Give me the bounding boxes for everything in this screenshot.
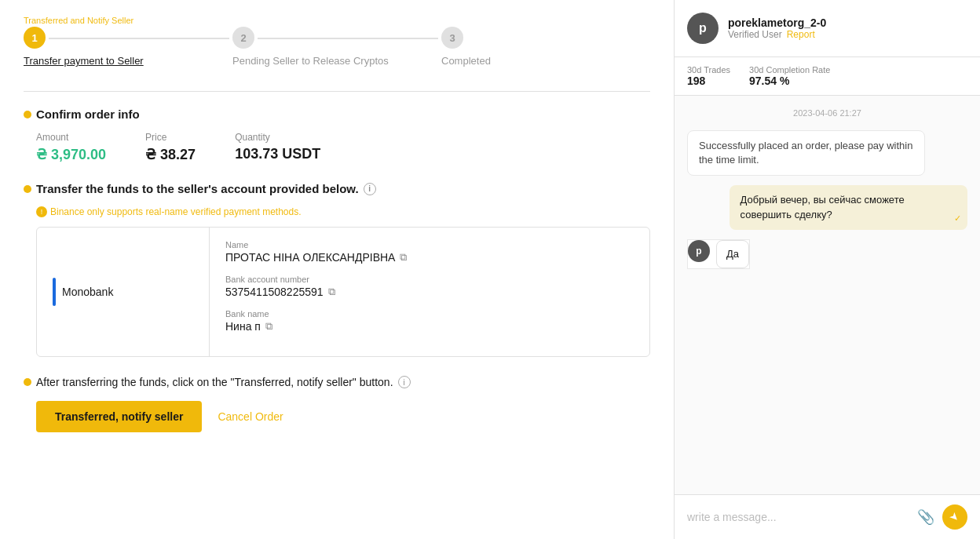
amount-value: ₴ 3,970.00 [36,146,106,163]
confirm-order-section: Confirm order info Amount ₴ 3,970.00 Pri… [24,107,650,163]
price-label: Price [145,132,196,143]
stat-trades-value: 198 [687,75,730,87]
send-icon: ➤ [947,509,963,525]
account-value: 5375411508225591 ⧉ [225,286,634,298]
order-fields: Amount ₴ 3,970.00 Price ₴ 38.27 Quantity… [36,132,650,163]
dot1 [24,111,31,118]
step-3: x 3 Completed [441,16,650,67]
quantity-field: Quantity 103.73 USDT [235,132,320,163]
chat-timestamp: 2023-04-06 21:27 [687,108,967,118]
chat-header: p poreklametorg_2-0 Verified User Report [675,0,980,57]
dot2 [24,185,31,193]
transfer-section: Transfer the funds to the seller's accou… [24,182,650,357]
chat-stats: 30d Trades 198 30d Completion Rate 97.54… [675,57,980,96]
stat-rate-label: 30d Completion Rate [749,65,830,75]
bank-color-bar [53,278,56,306]
step-1: Transferred and Notify Seller 1 Transfer… [24,16,232,67]
step2-circle: 2 [232,27,254,49]
payment-details: Name ПРОТАС НІНА ОЛЕКСАНДРІВНА ⧉ Bank ac… [210,228,649,356]
main-panel: Transferred and Notify Seller 1 Transfer… [0,0,674,539]
quantity-label: Quantity [235,132,320,143]
step2-label: Pending Seller to Release Cryptos [232,55,389,67]
message-read-check: ✓ [954,213,961,224]
warning-icon: ! [36,206,47,217]
dot3 [24,378,31,386]
bank-name-value: Нина п ⧉ [225,320,634,333]
report-link[interactable]: Report [787,29,815,40]
payment-method: Monobank [37,228,210,356]
chat-user-info: poreklametorg_2-0 Verified User Report [728,16,967,40]
step3-title: After transferring the funds, click on t… [24,376,650,388]
account-label: Bank account number [225,275,634,284]
step1-circle: 1 [24,27,46,49]
step3-section: After transferring the funds, click on t… [24,376,650,432]
bank-name: Monobank [62,286,113,298]
step2-line [258,38,438,39]
stat-trades-label: 30d Trades [687,65,730,75]
amount-label: Amount [36,132,106,143]
step3-circle: 3 [441,27,463,49]
attach-icon[interactable]: 📎 [917,508,934,526]
cancel-order-button[interactable]: Cancel Order [218,410,283,423]
action-buttons: Transferred, notify seller Cancel Order [36,401,650,432]
bank-name-label: Bank name [225,309,634,319]
step3-info-icon[interactable]: i [398,376,411,388]
bank-name-row: Bank name Нина п ⧉ [225,309,634,333]
copy-account-icon[interactable]: ⧉ [328,286,335,298]
price-value: ₴ 38.27 [145,146,196,163]
name-row: Name ПРОТАС НІНА ОЛЕКСАНДРІВНА ⧉ [225,240,634,264]
chat-user-sub: Verified User Report [728,29,967,40]
stat-rate: 30d Completion Rate 97.54 % [749,65,830,87]
chat-panel: p poreklametorg_2-0 Verified User Report… [674,0,980,539]
section1-title: Confirm order info [24,107,650,121]
name-label: Name [225,240,634,249]
account-row: Bank account number 5375411508225591 ⧉ [225,275,634,298]
step1-label[interactable]: Transfer payment to Seller [24,55,144,67]
warning-text: ! Binance only supports real-name verifi… [36,206,650,217]
message-sent: Да [716,240,749,268]
stepper: Transferred and Notify Seller 1 Transfer… [24,16,650,67]
message-system: Successfully placed an order, please pay… [687,130,925,176]
chat-username: poreklametorg_2-0 [728,16,967,29]
sent-avatar: p [688,240,710,262]
name-value: ПРОТАС НІНА ОЛЕКСАНДРІВНА ⧉ [225,251,634,264]
message-received: Добрый вечер, вы сейчас сможете совершит… [730,185,967,229]
price-field: Price ₴ 38.27 [145,132,196,163]
seller-avatar: p [687,13,719,44]
chat-input[interactable] [687,511,909,523]
chat-messages: 2023-04-06 21:27 Successfully placed an … [675,96,980,494]
section2-title: Transfer the funds to the seller's accou… [24,182,650,195]
payment-box: Monobank Name ПРОТАС НІНА ОЛЕКСАНДРІВНА … [36,227,650,357]
chat-input-area: 📎 ➤ [675,494,980,539]
amount-field: Amount ₴ 3,970.00 [36,132,106,163]
step3-label: Completed [441,55,491,67]
transferred-notify-button[interactable]: Transferred, notify seller [36,401,202,432]
stat-rate-value: 97.54 % [749,75,830,87]
step1-line [49,38,229,39]
step-2: x 2 Pending Seller to Release Cryptos [232,16,441,67]
send-button[interactable]: ➤ [942,504,967,530]
copy-bank-icon[interactable]: ⧉ [265,320,272,333]
message-sent-row: p Да [687,239,750,269]
transfer-info-icon[interactable]: i [364,183,376,195]
copy-name-icon[interactable]: ⧉ [400,251,407,264]
step1-badge: Transferred and Notify Seller [24,16,133,25]
quantity-value: 103.73 USDT [235,146,320,162]
stat-trades: 30d Trades 198 [687,65,730,87]
